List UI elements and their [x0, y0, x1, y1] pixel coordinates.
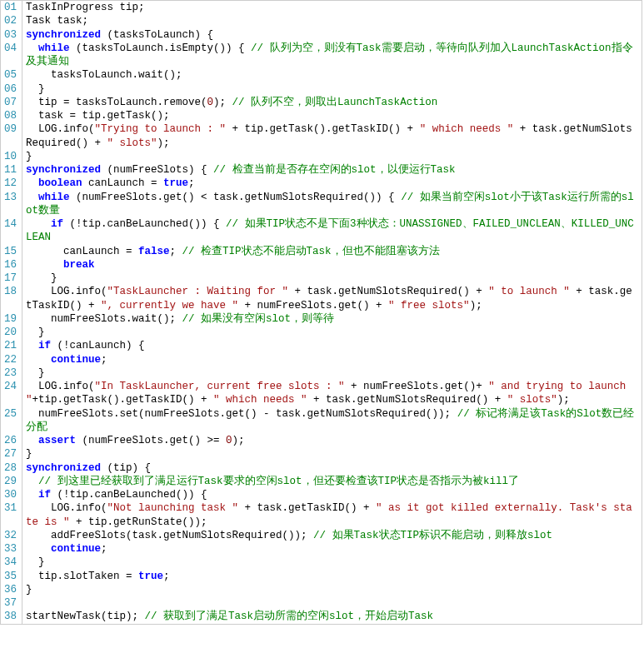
line-number: 12	[1, 177, 22, 190]
token-val: false	[138, 246, 170, 257]
token-pln: tasksToLaunch.wait();	[26, 69, 182, 81]
code-line: TaskInProgress tip;	[26, 1, 638, 14]
token-kw: synchronized	[26, 29, 101, 41]
line-number: 24	[1, 380, 22, 407]
token-pln	[26, 476, 38, 487]
token-pln: Task task;	[26, 15, 88, 27]
token-cm: // 队列不空，则取出LaunchTaskAction	[232, 97, 438, 108]
code-line: startNewTask(tip); // 获取到了满足Task启动所需的空闲s…	[26, 610, 638, 623]
line-number: 37	[1, 596, 22, 610]
line-number-gutter: 0102030405060708091011121314151617181920…	[1, 1, 22, 624]
token-kw: synchronized	[26, 164, 101, 176]
token-kw: assert	[38, 435, 76, 446]
token-pln: +tip.getTask().getTaskID() +	[32, 394, 214, 406]
token-pln: (tasksToLaunch) {	[101, 29, 213, 41]
token-pln: + task.getTaskID() +	[238, 502, 376, 514]
token-pln: tip = tasksToLaunch.remove(	[26, 97, 207, 108]
token-pln: TaskInProgress tip;	[26, 2, 145, 13]
token-val: true	[163, 177, 188, 189]
token-pln	[26, 218, 51, 230]
line-number: 30	[1, 488, 22, 501]
line-number: 28	[1, 461, 22, 475]
line-number: 38	[1, 610, 22, 623]
code-line: while (tasksToLaunch.isEmpty()) { // 队列为…	[26, 42, 638, 69]
code-line: }	[26, 366, 638, 380]
line-number: 14	[1, 217, 22, 245]
code-line: LOG.info("Trying to launch : " + tip.get…	[26, 122, 638, 150]
code-line: canLaunch = false; // 检查TIP状态不能启动Task，但也…	[26, 245, 638, 258]
token-cm: // 检查TIP状态不能启动Task，但也不能阻塞该方法	[182, 246, 440, 257]
line-number: 31	[1, 501, 22, 529]
code-line: tip = tasksToLaunch.remove(0); // 队列不空，则…	[26, 96, 638, 109]
code-line: if (!canLaunch) {	[26, 339, 638, 352]
line-number: 10	[1, 150, 22, 163]
line-number: 35	[1, 570, 22, 583]
code-line: numFreeSlots.set(numFreeSlots.get() - ta…	[26, 407, 638, 435]
token-pln: ;	[163, 571, 170, 582]
token-pln: }	[26, 584, 32, 596]
code-line: while (numFreeSlots.get() < task.getNumS…	[26, 191, 638, 218]
token-val: true	[138, 571, 163, 582]
code-line: }	[26, 82, 638, 96]
code-line: synchronized (tasksToLaunch) {	[26, 28, 638, 42]
code-line: }	[26, 272, 638, 285]
token-num: 0	[207, 97, 214, 108]
token-pln: numFreeSlots.set(numFreeSlots.get() - ta…	[26, 408, 457, 420]
token-pln: }	[26, 326, 45, 338]
code-line: task = tip.getTask();	[26, 109, 638, 122]
code-line: LOG.info("In TaskLauncher, current free …	[26, 380, 638, 407]
token-pln	[26, 435, 38, 446]
token-kw: continue	[51, 543, 101, 555]
token-kw: if	[38, 489, 51, 501]
token-pln: ;	[101, 543, 107, 555]
token-pln: LOG.info(	[26, 286, 107, 297]
line-number: 01	[1, 1, 22, 14]
token-pln: + tip.getRunState());	[70, 516, 207, 528]
line-number: 34	[1, 556, 22, 569]
token-pln: + tip.getTask().getTaskID() +	[226, 123, 420, 135]
token-pln: + task.getNumSlotsRequired() +	[307, 394, 507, 406]
code-line: LOG.info("Not launching task " + task.ge…	[26, 501, 638, 529]
token-str: "Not launching task "	[107, 502, 239, 514]
line-number: 36	[1, 583, 22, 596]
token-pln: canLaunch =	[82, 177, 164, 189]
token-str: " to launch "	[488, 286, 570, 297]
token-pln: LOG.info(	[26, 502, 107, 514]
line-number: 20	[1, 326, 22, 339]
token-pln: (!tip.canBeLaunched()) {	[63, 218, 226, 230]
token-pln: canLaunch =	[26, 246, 138, 257]
token-pln: LOG.info(	[26, 381, 95, 392]
line-number: 09	[1, 122, 22, 150]
token-kw: if	[51, 218, 63, 230]
line-number: 23	[1, 366, 22, 380]
token-pln: startNewTask(tip);	[26, 611, 145, 622]
code-line: LOG.info("TaskLauncher : Waiting for " +…	[26, 285, 638, 312]
code-line: synchronized (tip) {	[26, 461, 638, 475]
token-kw: boolean	[38, 177, 82, 189]
code-line	[26, 596, 638, 610]
token-kw: synchronized	[26, 462, 101, 474]
token-str: ", currently we have "	[101, 300, 238, 312]
code-line: }	[26, 556, 638, 569]
token-pln: }	[26, 367, 45, 379]
token-pln: );	[213, 97, 232, 108]
token-kw: break	[63, 259, 95, 271]
line-number: 06	[1, 82, 22, 96]
line-number: 15	[1, 245, 22, 258]
line-number: 22	[1, 353, 22, 366]
token-pln	[26, 177, 38, 189]
code-line: }	[26, 447, 638, 461]
token-pln: }	[26, 272, 57, 284]
token-pln: }	[26, 448, 32, 460]
line-number: 19	[1, 312, 22, 326]
token-pln: tip.slotTaken =	[26, 571, 138, 582]
token-pln: addFreeSlots(task.getNumSlotsRequired())…	[26, 530, 313, 541]
token-str: " which needs "	[213, 394, 307, 406]
token-pln: );	[232, 435, 245, 446]
code-line: if (!tip.canBeLaunched()) {	[26, 488, 638, 501]
token-pln: LOG.info(	[26, 123, 95, 135]
line-number: 27	[1, 447, 22, 461]
line-number: 11	[1, 163, 22, 177]
line-number: 16	[1, 258, 22, 272]
line-number: 07	[1, 96, 22, 109]
